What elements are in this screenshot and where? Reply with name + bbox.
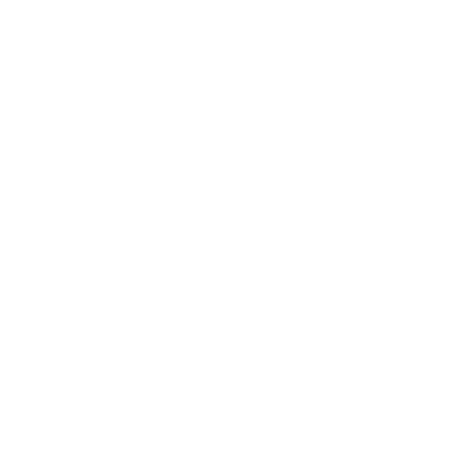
outer-border [0,0,476,476]
bottleneck-chart [0,0,476,476]
chart-frame [0,0,476,476]
